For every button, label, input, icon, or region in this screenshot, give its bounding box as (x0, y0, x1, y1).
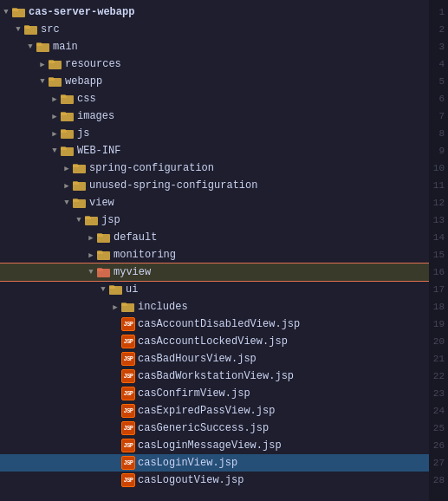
tree-item-23[interactable]: JSPcasConfirmView.jsp (0, 385, 429, 402)
tree-item-9[interactable]: WEB-INF (0, 142, 429, 159)
collapse-arrow[interactable] (0, 8, 12, 16)
collapse-arrow[interactable] (97, 285, 109, 294)
folder-icon (12, 6, 26, 18)
tree-item-label: default (114, 231, 157, 244)
folder-icon (97, 266, 111, 278)
collapse-arrow[interactable] (61, 198, 73, 207)
line-number-20: 20 (433, 333, 445, 350)
folder-icon (61, 110, 75, 122)
tree-item-label: casLogoutView.jsp (138, 474, 243, 486)
tree-item-label: view (89, 197, 114, 209)
collapse-arrow[interactable] (12, 25, 24, 34)
expand-arrow[interactable] (36, 60, 49, 69)
expand-arrow[interactable] (61, 181, 73, 191)
svg-rect-41 (97, 233, 102, 236)
expand-arrow[interactable] (49, 112, 61, 121)
tree-item-label: images (77, 110, 114, 122)
line-number-8: 8 (438, 125, 445, 142)
tree-item-22[interactable]: JSPcasBadWorkstationView.jsp (0, 368, 429, 385)
tree-item-10[interactable]: spring-configuration (0, 159, 429, 177)
folder-icon (85, 214, 99, 226)
tree-item-7[interactable]: images (0, 107, 429, 125)
svg-rect-11 (49, 60, 54, 62)
line-number-1: 1 (438, 3, 445, 21)
tree-item-5[interactable]: webapp (0, 73, 429, 90)
tree-item-21[interactable]: JSPcasBadHoursView.jsp (0, 350, 429, 368)
tree-item-label: css (77, 93, 96, 105)
folder-icon (73, 179, 87, 192)
tree-item-label: casBadHoursView.jsp (138, 353, 256, 365)
tree-item-3[interactable]: main (0, 38, 429, 55)
svg-rect-5 (24, 25, 29, 28)
folder-icon (97, 231, 111, 244)
file-tree[interactable]: cas-server-webapp src main resources web… (0, 0, 429, 501)
tree-item-24[interactable]: JSPcasExpiredPassView.jsp (0, 402, 429, 420)
tree-item-label: jsp (101, 214, 120, 226)
svg-rect-32 (73, 181, 78, 184)
jsp-file-icon: JSP (121, 404, 135, 418)
expand-arrow[interactable] (61, 164, 73, 173)
folder-icon (36, 41, 50, 53)
tree-item-label: resources (65, 58, 121, 70)
collapse-arrow[interactable] (36, 77, 49, 86)
expand-arrow[interactable] (49, 129, 61, 139)
tree-item-label: casConfirmView.jsp (138, 387, 250, 400)
folder-icon (49, 58, 62, 70)
tree-item-2[interactable]: src (0, 21, 429, 38)
jsp-file-icon: JSP (121, 369, 135, 383)
tree-item-11[interactable]: unused-spring-configuration (0, 177, 429, 194)
tree-item-18[interactable]: includes (0, 298, 429, 316)
tree-item-6[interactable]: css (0, 90, 429, 107)
expand-arrow[interactable] (85, 233, 97, 243)
collapse-arrow[interactable] (85, 268, 97, 277)
folder-icon (97, 249, 111, 261)
tree-item-16[interactable]: myview (0, 264, 429, 281)
tree-item-label: WEB-INF (77, 145, 120, 157)
tree-item-27[interactable]: JSPcasLoginView.jsp (0, 454, 429, 472)
line-number-16: 16 (433, 264, 445, 281)
collapse-arrow[interactable] (49, 146, 61, 155)
line-number-9: 9 (438, 142, 445, 159)
line-number-19: 19 (433, 316, 445, 333)
expand-arrow[interactable] (49, 94, 61, 104)
folder-icon (61, 93, 75, 105)
tree-item-label: casLoginView.jsp (138, 457, 237, 469)
svg-rect-38 (85, 216, 90, 218)
expand-arrow[interactable] (109, 303, 121, 312)
line-number-13: 13 (433, 211, 445, 229)
line-number-2: 2 (438, 21, 445, 38)
tree-item-28[interactable]: JSPcasLogoutView.jsp (0, 472, 429, 489)
line-number-22: 22 (433, 368, 445, 385)
line-number-11: 11 (433, 177, 445, 194)
collapse-arrow[interactable] (73, 216, 85, 224)
tree-item-13[interactable]: jsp (0, 211, 429, 229)
folder-icon (49, 75, 62, 88)
tree-item-label: casAccountLockedView.jsp (138, 335, 288, 348)
line-numbers: 1234567891011121314151617181920212223242… (429, 0, 448, 501)
tree-item-1[interactable]: cas-server-webapp (0, 3, 429, 21)
line-number-17: 17 (433, 281, 445, 298)
tree-item-label: casExpiredPassView.jsp (138, 405, 275, 417)
line-number-10: 10 (433, 159, 445, 177)
line-number-26: 26 (433, 437, 445, 454)
tree-item-19[interactable]: JSPcasAccountDisabledView.jsp (0, 316, 429, 333)
jsp-file-icon: JSP (121, 473, 135, 487)
line-number-6: 6 (438, 90, 445, 107)
collapse-arrow[interactable] (24, 42, 36, 51)
jsp-file-icon: JSP (121, 439, 135, 452)
tree-item-25[interactable]: JSPcasGenericSuccess.jsp (0, 420, 429, 437)
line-number-23: 23 (433, 385, 445, 402)
svg-rect-44 (97, 250, 102, 253)
tree-item-4[interactable]: resources (0, 55, 429, 73)
tree-item-label: unused-spring-configuration (89, 179, 257, 192)
tree-item-17[interactable]: ui (0, 281, 429, 298)
tree-item-26[interactable]: JSPcasLoginMessageView.jsp (0, 437, 429, 454)
tree-item-14[interactable]: default (0, 229, 429, 246)
svg-rect-2 (12, 8, 17, 10)
tree-item-20[interactable]: JSPcasAccountLockedView.jsp (0, 333, 429, 350)
tree-item-15[interactable]: monitoring (0, 246, 429, 264)
tree-item-12[interactable]: view (0, 194, 429, 211)
expand-arrow[interactable] (85, 250, 97, 260)
tree-item-8[interactable]: js (0, 125, 429, 142)
svg-rect-23 (61, 129, 66, 132)
